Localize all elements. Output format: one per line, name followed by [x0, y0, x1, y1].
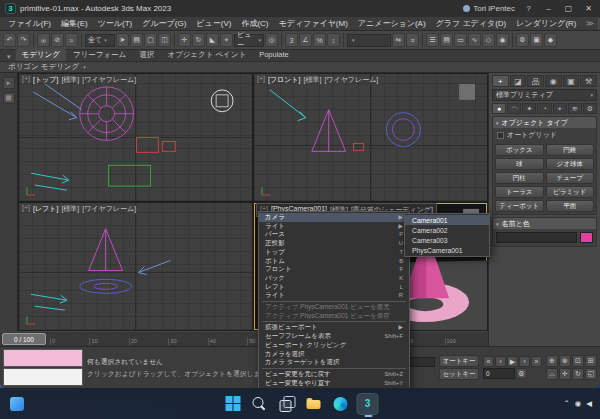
track-bar[interactable]: 0102030405060708090100 — [0, 332, 488, 346]
viewport-shading-menu[interactable]: [ワイヤフレーム] — [82, 75, 136, 85]
space-warps-subtab[interactable]: ≋ — [568, 103, 582, 114]
primitive-button-球[interactable]: 球 — [495, 158, 544, 170]
context-menu-item[interactable]: トップT — [259, 248, 409, 257]
menubar-item[interactable]: ビュー(V) — [191, 18, 236, 29]
hierarchy-tab[interactable]: 品 — [527, 75, 544, 87]
viewport-plus-menu[interactable]: [+] — [22, 204, 30, 214]
systems-subtab[interactable]: ⚙ — [583, 103, 597, 114]
display-tab[interactable]: ▣ — [563, 75, 580, 87]
maximize-button[interactable]: ▢ — [562, 4, 575, 13]
camera-submenu-item[interactable]: PhysCamera001 — [405, 245, 489, 255]
field-of-view-icon[interactable]: ⌓ — [546, 368, 558, 380]
layer-manager-icon[interactable]: ▤ — [440, 33, 453, 47]
ribbon-toggle-icon[interactable]: ▭ — [454, 33, 467, 47]
context-menu-item[interactable]: フロントF — [259, 265, 409, 274]
autogrid-checkbox[interactable] — [497, 132, 504, 139]
viewcube[interactable] — [459, 84, 475, 100]
play-button[interactable]: ▶ — [507, 356, 518, 367]
start-button[interactable] — [222, 393, 244, 415]
time-configuration-button[interactable]: ⚙ — [516, 368, 527, 379]
primitive-button-ジオ球体[interactable]: ジオ球体 — [546, 158, 595, 170]
helper-arrow[interactable] — [270, 90, 306, 121]
signin-user[interactable]: Tori iPentec — [463, 4, 515, 13]
ribbon-tab-4[interactable]: オブジェクト ペイント — [161, 49, 252, 61]
context-menu-item[interactable]: アクティブ PhysCamera001 ビューを保存 — [259, 312, 409, 321]
go-to-end-button[interactable]: » — [531, 356, 542, 367]
curve-editor-icon[interactable]: ∿ — [468, 33, 481, 47]
3dsmax-taskbar-button[interactable]: 3 — [357, 393, 379, 415]
ribbon-menu-icon[interactable]: ▾ — [4, 53, 14, 61]
polygon-modeling-bar[interactable]: ポリゴン モデリング ▾ — [0, 62, 600, 73]
render-frame-window-icon[interactable]: ▣ — [530, 33, 543, 47]
minimize-button[interactable]: – — [542, 4, 555, 13]
primitive-button-チューブ[interactable]: チューブ — [546, 172, 595, 184]
snap-toggle-icon[interactable]: 3 — [285, 33, 298, 47]
next-frame-button[interactable]: › — [519, 356, 530, 367]
viewport-top[interactable]: [+] [トップ] [標準] [ワイヤフレーム] — [19, 74, 252, 201]
task-view-button[interactable] — [276, 393, 298, 415]
menubar-item[interactable]: 作成(C) — [236, 18, 273, 29]
zoom-all-icon[interactable]: ⊛ — [559, 355, 571, 367]
network-icon[interactable]: ◉ — [575, 399, 582, 408]
helper-arrow[interactable] — [31, 173, 69, 190]
material-editor-icon[interactable]: ◉ — [496, 33, 509, 47]
camera-submenu-item[interactable]: Camera001 — [405, 215, 489, 225]
redo-icon[interactable]: ↷ — [17, 33, 30, 47]
viewport-std-menu[interactable]: [標準] — [61, 75, 79, 85]
primitive-button-円錐[interactable]: 円錐 — [546, 144, 595, 156]
cameras-subtab[interactable]: ◔ — [537, 103, 551, 114]
scene-explorer-icon[interactable]: ☰ — [426, 33, 439, 47]
context-menu-item[interactable]: バックK — [259, 274, 409, 283]
current-frame-field[interactable]: 0 — [483, 368, 515, 379]
auto-key-button[interactable]: オートキー — [439, 355, 479, 367]
menubar-item[interactable]: アニメーション(A) — [353, 18, 431, 29]
camera-submenu-item[interactable]: Camera003 — [405, 235, 489, 245]
scene-object-rects[interactable] — [109, 138, 176, 187]
menubar-item[interactable]: ファイル(F) — [3, 18, 56, 29]
context-menu-item[interactable]: ビュー変更をやり直すShift+Y — [259, 379, 409, 388]
viewport-pov-menu[interactable]: [トップ] — [33, 75, 58, 85]
context-menu-item[interactable]: カメラ ターゲットを選択 — [259, 358, 409, 367]
helper-arrow[interactable] — [31, 294, 67, 310]
viewport-shading-menu[interactable]: [ワイヤフレーム] — [324, 75, 378, 85]
context-menu-item[interactable]: ビュー変更を元に戻すShift+Z — [259, 370, 409, 379]
context-menu-item[interactable]: パースP — [259, 230, 409, 239]
macro-recorder-field[interactable] — [3, 349, 83, 367]
viewport-pov-menu[interactable]: [レフト] — [33, 204, 58, 214]
viewport-pov-menu[interactable]: [フロント] — [268, 75, 301, 85]
mirror-icon[interactable]: ⇋ — [392, 33, 405, 47]
undo-icon[interactable]: ↶ — [3, 33, 16, 47]
spinner-snap-icon[interactable]: ↕ — [327, 33, 340, 47]
search-button[interactable] — [249, 393, 271, 415]
viewport-std-menu[interactable]: [標準] — [304, 75, 322, 85]
reference-coordinate-dropdown[interactable]: ビュー▾ — [234, 34, 264, 47]
geometry-subtab[interactable]: ● — [492, 103, 506, 114]
context-menu-item[interactable]: 正投影U — [259, 239, 409, 248]
cone-leftview-wire[interactable] — [89, 229, 123, 271]
bind-to-space-warp-icon[interactable]: ≈ — [65, 33, 78, 47]
previous-frame-button[interactable]: ‹ — [495, 356, 506, 367]
primitive-button-円柱[interactable]: 円柱 — [495, 172, 544, 184]
context-menu-item[interactable]: カメラ▶ — [259, 213, 409, 222]
schematic-view-icon[interactable]: ◇ — [482, 33, 495, 47]
helpers-subtab[interactable]: ⌖ — [553, 103, 567, 114]
set-key-button[interactable]: セットキー — [439, 368, 479, 380]
orbit-icon[interactable]: ↻ — [572, 368, 584, 380]
angle-snap-icon[interactable]: ∠ — [299, 33, 312, 47]
use-pivot-point-icon[interactable]: ◎ — [265, 33, 278, 47]
context-menu-item[interactable]: アクティブ PhysCamera001 ビューを復元 — [259, 303, 409, 312]
named-selection-sets-dropdown[interactable]: ▾ — [347, 34, 391, 47]
close-button[interactable]: ✕ — [582, 4, 595, 13]
context-menu-item[interactable]: ライト▶ — [259, 222, 409, 231]
context-menu-item[interactable]: セーフフレームを表示Shift+F — [259, 332, 409, 341]
go-to-start-button[interactable]: « — [483, 356, 494, 367]
maximize-viewport-toggle-icon[interactable]: ◱ — [585, 368, 597, 380]
viewport-front[interactable]: [+] [フロント] [標準] [ワイヤフレーム] — [254, 74, 487, 201]
zoom-extents-icon[interactable]: ⊡ — [572, 355, 584, 367]
object-color-swatch[interactable] — [580, 232, 593, 243]
listener-field[interactable] — [3, 368, 83, 386]
primitive-button-トーラス[interactable]: トーラス — [495, 186, 544, 198]
tray-chevron-icon[interactable]: ⌃ — [563, 399, 569, 408]
menubar-item[interactable]: 編集(E) — [56, 18, 93, 29]
lights-subtab[interactable]: ✦ — [522, 103, 536, 114]
